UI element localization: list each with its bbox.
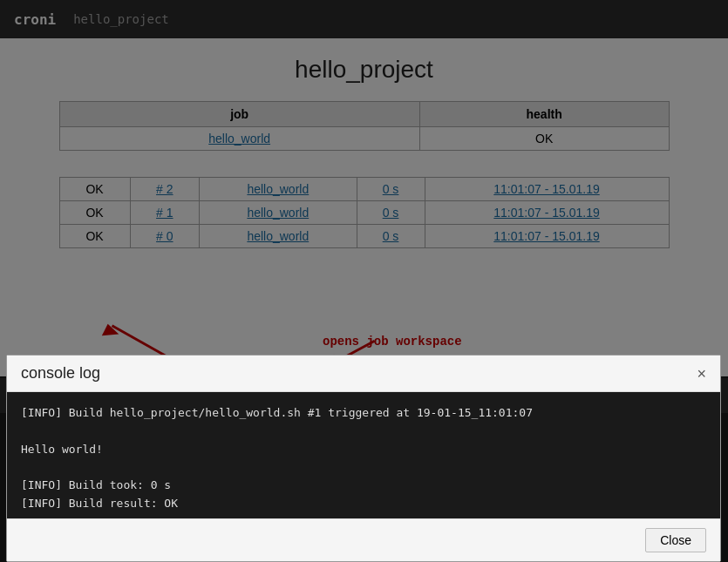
console-log-modal: console log × [INFO] Build hello_project… (6, 355, 721, 562)
log-content: [INFO] Build hello_project/hello_world.s… (21, 404, 706, 513)
modal-title: console log (21, 364, 100, 383)
modal-close-button[interactable]: Close (645, 528, 706, 552)
modal-close-x-button[interactable]: × (697, 366, 706, 382)
modal-log-body: [INFO] Build hello_project/hello_world.s… (7, 392, 720, 518)
modal-header: console log × (7, 355, 720, 392)
modal-footer: Close (7, 518, 720, 561)
modal-overlay: console log × [INFO] Build hello_project… (0, 0, 728, 562)
